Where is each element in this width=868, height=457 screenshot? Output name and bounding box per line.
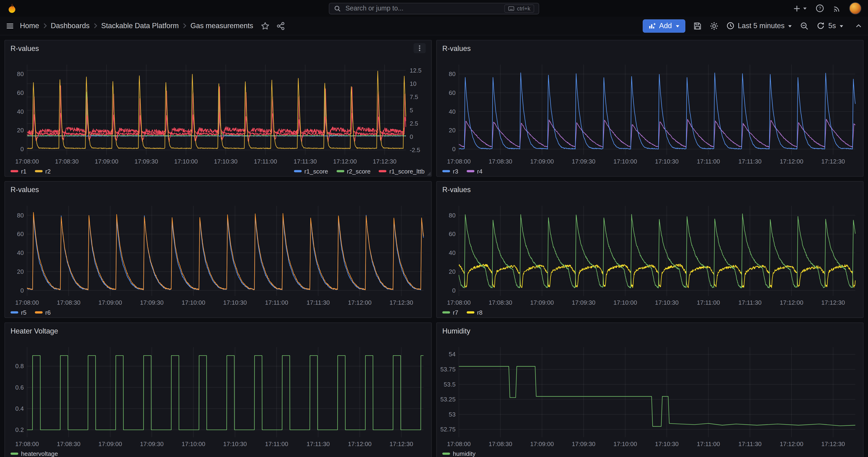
legend-swatch (10, 311, 18, 314)
svg-text:17:10:30: 17:10:30 (655, 440, 679, 448)
svg-text:0.2: 0.2 (16, 426, 24, 433)
panel-title[interactable]: R-values (442, 44, 471, 52)
svg-text:0: 0 (452, 146, 456, 153)
search-placeholder: Search or jump to... (345, 4, 403, 12)
svg-text:20: 20 (17, 268, 24, 275)
legend: r5r6 (10, 309, 425, 316)
search-input[interactable]: Search or jump to... ctrl+k (329, 3, 539, 14)
legend-item-r3[interactable]: r3 (442, 168, 458, 175)
svg-text:17:08:30: 17:08:30 (489, 440, 512, 448)
svg-text:53.5: 53.5 (444, 381, 456, 388)
svg-text:17:08:30: 17:08:30 (55, 158, 79, 165)
legend-swatch (10, 170, 18, 172)
chart-r-values-4[interactable]: 02040608017:08:0017:08:3017:09:0017:09:3… (437, 182, 863, 317)
legend-item-r5[interactable]: r5 (10, 309, 27, 316)
legend-swatch (294, 170, 302, 172)
legend-item-heatervoltage[interactable]: heatervoltage (10, 450, 58, 457)
add-panel-icon (648, 22, 656, 30)
legend-item-r1[interactable]: r1 (10, 168, 27, 175)
user-avatar[interactable] (849, 2, 861, 14)
chart-r-values-1[interactable]: 020406080-2.502.557.51012.517:08:0017:08… (5, 40, 431, 176)
chevron-down-icon (788, 24, 792, 28)
legend-item-r6[interactable]: r6 (35, 309, 51, 316)
help-icon[interactable]: ? (815, 4, 824, 13)
svg-text:52.75: 52.75 (440, 426, 455, 433)
dashboard-settings-gear-icon[interactable] (710, 21, 718, 30)
dashboard-toolbar: Home Dashboards Stackable Data Platform … (0, 17, 868, 35)
refresh-picker[interactable]: 5s (817, 22, 844, 30)
collapse-toolbar-chevron-up-icon[interactable] (855, 22, 862, 30)
panel-title[interactable]: R-values (10, 185, 39, 194)
svg-text:17:09:00: 17:09:00 (530, 440, 554, 448)
zoom-out-icon[interactable] (800, 21, 809, 30)
legend-item-r8[interactable]: r8 (467, 309, 483, 316)
legend: r7r8 (442, 309, 857, 316)
legend-label: r7 (453, 309, 458, 316)
favorite-star-icon[interactable] (261, 21, 270, 30)
legend-label: r2_score (347, 168, 371, 175)
legend-item-r4[interactable]: r4 (467, 168, 483, 175)
legend: heatervoltage (10, 450, 425, 457)
svg-text:17:09:00: 17:09:00 (98, 299, 122, 306)
legend: r1r2r1_scorer2_scorer1_score_lttb (10, 168, 425, 175)
clock-icon (726, 22, 735, 30)
legend-label: r8 (477, 309, 482, 316)
panel-title[interactable]: R-values (442, 185, 471, 194)
svg-text:17:10:00: 17:10:00 (182, 299, 205, 306)
breadcrumb-home[interactable]: Home (20, 22, 39, 30)
breadcrumb-folder[interactable]: Stackable Data Platform (101, 22, 179, 30)
svg-text:17:12:30: 17:12:30 (390, 299, 413, 306)
menu-toggle-icon[interactable] (6, 21, 14, 30)
breadcrumb-dashboard-name[interactable]: Gas measurements (190, 22, 253, 30)
svg-text:17:09:00: 17:09:00 (95, 158, 118, 165)
legend-label: r1_score (304, 168, 328, 175)
svg-text:17:09:00: 17:09:00 (530, 158, 554, 165)
legend-item-humidity[interactable]: humidity (442, 450, 475, 457)
dashboard-grid: R-values 020406080-2.502.557.51012.517:0… (0, 35, 868, 457)
legend-item-r1_score[interactable]: r1_score (294, 168, 328, 175)
svg-text:17:12:30: 17:12:30 (821, 299, 845, 306)
legend-swatch (467, 311, 474, 314)
time-range-picker[interactable]: Last 5 minutes (726, 22, 793, 30)
svg-text:40: 40 (17, 108, 24, 115)
chart-r-values-2[interactable]: 02040608017:08:0017:08:3017:09:0017:09:3… (437, 40, 863, 176)
svg-text:17:08:00: 17:08:00 (447, 158, 471, 165)
chart-r-values-3[interactable]: 02040608017:08:0017:08:3017:09:0017:09:3… (5, 182, 431, 317)
save-dashboard-icon[interactable] (693, 21, 702, 30)
panel-title[interactable]: Humidity (442, 327, 470, 335)
new-button[interactable] (793, 4, 807, 12)
breadcrumb-dashboards[interactable]: Dashboards (51, 22, 90, 30)
svg-text:53.25: 53.25 (440, 396, 455, 403)
svg-text:17:09:30: 17:09:30 (572, 158, 595, 165)
grafana-logo-icon[interactable] (7, 3, 18, 14)
legend-item-r1_score_lttb[interactable]: r1_score_lttb (379, 168, 425, 175)
panel-r-values-1: R-values 020406080-2.502.557.51012.517:0… (4, 40, 432, 177)
svg-text:17:08:00: 17:08:00 (447, 299, 471, 306)
svg-text:17:10:00: 17:10:00 (614, 440, 637, 448)
panel-title[interactable]: R-values (10, 44, 39, 52)
svg-text:60: 60 (449, 89, 456, 96)
panel-menu-icon[interactable] (413, 43, 426, 53)
legend-item-r2[interactable]: r2 (35, 168, 51, 175)
chart-heater-voltage[interactable]: 0.20.40.60.817:08:0017:08:3017:09:0017:0… (5, 323, 431, 457)
svg-text:17:08:30: 17:08:30 (489, 158, 512, 165)
svg-text:17:10:30: 17:10:30 (655, 299, 679, 306)
news-rss-icon[interactable] (833, 4, 841, 12)
svg-text:17:12:30: 17:12:30 (390, 440, 413, 448)
legend-item-r7[interactable]: r7 (442, 309, 458, 316)
svg-text:20: 20 (17, 127, 24, 134)
share-icon[interactable] (276, 21, 285, 30)
svg-text:17:11:30: 17:11:30 (307, 299, 330, 306)
legend-item-r2_score[interactable]: r2_score (336, 168, 371, 175)
svg-text:17:12:00: 17:12:00 (348, 440, 372, 448)
svg-text:17:11:00: 17:11:00 (265, 299, 288, 306)
panel-title[interactable]: Heater Voltage (10, 327, 58, 335)
chart-humidity[interactable]: 52.755353.2553.553.755417:08:0017:08:301… (437, 323, 863, 457)
chevron-right-icon (183, 23, 187, 29)
add-button[interactable]: Add (643, 19, 685, 32)
chevron-down-icon (839, 24, 844, 28)
svg-text:?: ? (818, 6, 821, 11)
svg-text:53: 53 (449, 411, 456, 418)
legend-swatch (35, 311, 42, 314)
svg-text:40: 40 (17, 249, 24, 256)
